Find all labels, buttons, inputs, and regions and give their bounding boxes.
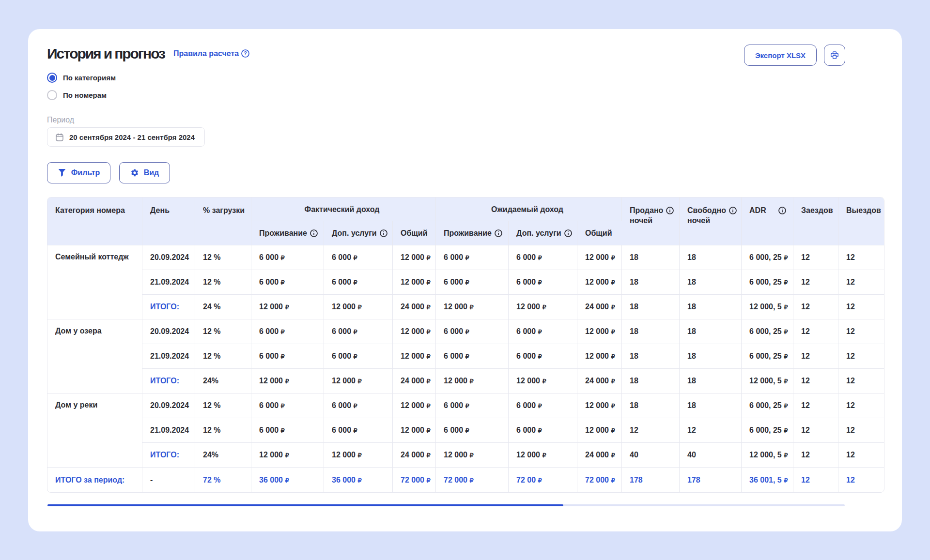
svg-text:?: ? [244, 50, 247, 56]
